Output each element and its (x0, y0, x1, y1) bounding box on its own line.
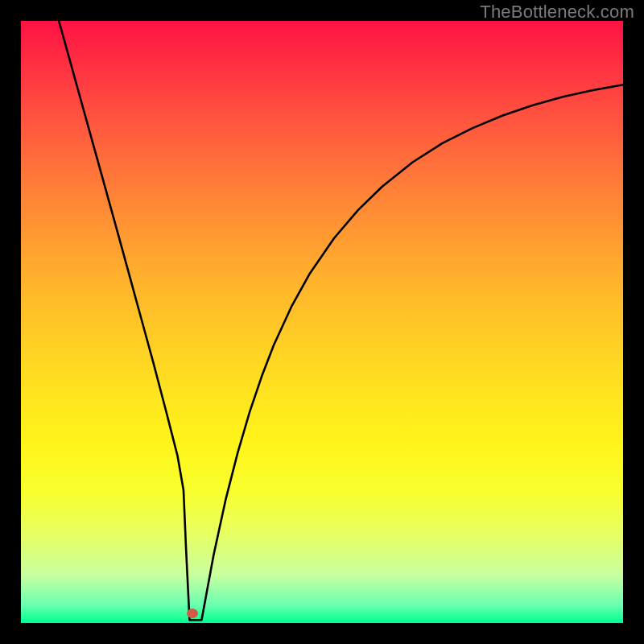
gradient-plot-area (21, 21, 623, 623)
bottleneck-curve-path (59, 21, 623, 620)
site-watermark: TheBottleneck.com (480, 2, 634, 23)
chart-curve-svg (21, 21, 623, 623)
optimal-point-marker (187, 609, 198, 618)
